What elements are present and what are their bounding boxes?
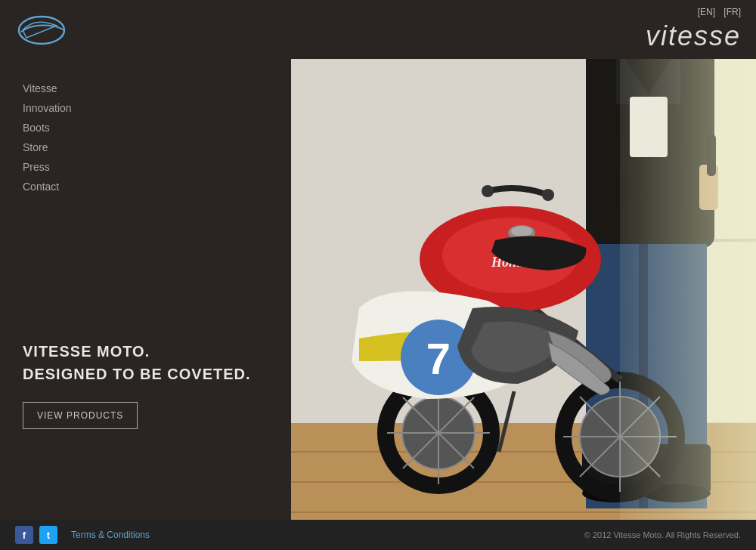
nav-item-store[interactable]: Store: [23, 141, 268, 154]
nav-list: Vitesse Innovation Boots Store Press Con…: [23, 82, 268, 193]
hero-line2: DESIGNED TO BE COVETED.: [23, 363, 251, 385]
nav-link-boots[interactable]: Boots: [23, 122, 50, 134]
view-products-button[interactable]: VIEW PRODUCTS: [23, 402, 138, 429]
facebook-icon[interactable]: f: [15, 526, 33, 544]
lang-fr[interactable]: [FR]: [723, 7, 741, 17]
main-image: Honda 7: [291, 59, 756, 520]
lang-en[interactable]: [EN]: [698, 7, 715, 17]
nav-item-contact[interactable]: Contact: [23, 180, 268, 193]
nav-item-press[interactable]: Press: [23, 160, 268, 174]
twitter-icon[interactable]: t: [39, 526, 57, 544]
footer: f t Terms & Conditions © 2012 Vitesse Mo…: [0, 520, 756, 550]
hero-text: VITESSE MOTO. DESIGNED TO BE COVETED. VI…: [23, 340, 251, 429]
main-nav: Vitesse Innovation Boots Store Press Con…: [23, 82, 268, 193]
copyright: © 2012 Vitesse Moto. All Rights Reserved…: [584, 530, 741, 539]
svg-text:7: 7: [426, 334, 451, 383]
svg-point-44: [511, 226, 532, 236]
lang-brand: [EN] [FR] vitesse: [646, 7, 741, 52]
lang-switcher[interactable]: [EN] [FR]: [698, 7, 741, 17]
footer-left: f t Terms & Conditions: [15, 526, 150, 544]
nav-item-innovation[interactable]: Innovation: [23, 101, 268, 115]
logo-icon: [15, 9, 76, 51]
logo-area: [15, 9, 76, 51]
hero-headline: VITESSE MOTO. DESIGNED TO BE COVETED.: [23, 340, 251, 385]
header: [EN] [FR] vitesse: [0, 0, 756, 59]
nav-link-vitesse[interactable]: Vitesse: [23, 82, 57, 94]
svg-point-49: [542, 189, 554, 201]
nav-link-innovation[interactable]: Innovation: [23, 102, 72, 114]
nav-link-contact[interactable]: Contact: [23, 181, 59, 193]
brand-name: vitesse: [646, 20, 741, 52]
window-light: [620, 59, 756, 520]
nav-item-vitesse[interactable]: Vitesse: [23, 82, 268, 95]
nav-item-boots[interactable]: Boots: [23, 121, 268, 134]
hero-line1: VITESSE MOTO.: [23, 340, 251, 363]
sidebar: Vitesse Innovation Boots Store Press Con…: [0, 59, 291, 520]
svg-point-0: [19, 17, 64, 44]
svg-point-48: [482, 185, 494, 197]
nav-link-store[interactable]: Store: [23, 141, 48, 153]
nav-link-press[interactable]: Press: [23, 161, 50, 173]
terms-link[interactable]: Terms & Conditions: [71, 530, 150, 540]
scene-background: Honda 7: [291, 59, 756, 520]
